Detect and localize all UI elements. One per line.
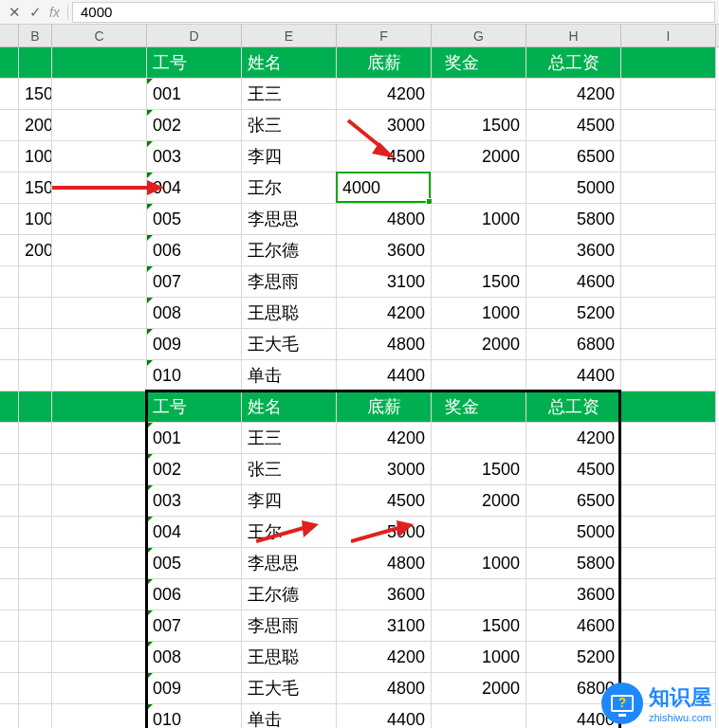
cell[interactable] [52, 673, 147, 704]
cell[interactable]: 2000 [432, 141, 526, 173]
cell[interactable] [0, 642, 19, 673]
cell[interactable] [52, 266, 147, 298]
cell[interactable]: 底薪 [337, 391, 432, 423]
cell[interactable] [0, 610, 19, 642]
cell[interactable]: 4500 [337, 141, 432, 173]
cell[interactable] [52, 391, 147, 423]
cell[interactable]: 总工资 [526, 391, 621, 423]
cell[interactable] [0, 173, 19, 204]
cell[interactable]: 1000 [432, 204, 526, 235]
cell[interactable]: 3000 [337, 454, 432, 485]
cell[interactable]: 奖金 [432, 47, 526, 79]
cell[interactable]: 李思雨 [242, 266, 337, 298]
cell[interactable] [621, 642, 716, 673]
cell[interactable]: 李思思 [242, 548, 337, 579]
cell[interactable]: 姓名 [242, 391, 337, 423]
cell[interactable]: 3600 [337, 235, 432, 266]
cell[interactable]: 002 [147, 110, 242, 141]
col-header[interactable] [0, 25, 19, 46]
cell[interactable] [432, 79, 526, 110]
cell[interactable] [52, 485, 147, 517]
cell[interactable]: 1500 [19, 173, 52, 204]
cell[interactable]: 单击 [242, 360, 337, 391]
cell[interactable]: 5200 [526, 298, 621, 329]
cell[interactable]: 3100 [337, 610, 432, 642]
cell[interactable] [621, 110, 716, 141]
cell[interactable] [52, 423, 147, 454]
cell[interactable]: 010 [147, 360, 242, 391]
cell[interactable]: 5000 [526, 173, 621, 204]
cell[interactable]: 1000 [432, 298, 526, 329]
cell[interactable] [19, 298, 52, 329]
cell[interactable]: 工号 [147, 391, 242, 423]
cell[interactable]: 王大毛 [242, 329, 337, 360]
cell[interactable]: 007 [147, 610, 242, 642]
col-header[interactable]: C [52, 25, 147, 46]
cell[interactable]: 王思聪 [242, 298, 337, 329]
cell[interactable]: 李四 [242, 485, 337, 517]
cell[interactable] [432, 579, 526, 610]
cell[interactable]: 底薪 [337, 47, 432, 79]
cell[interactable] [621, 173, 716, 204]
cell[interactable]: 1000 [19, 204, 52, 235]
cell[interactable]: 4600 [526, 610, 621, 642]
cell[interactable]: 3000 [337, 110, 432, 141]
fx-icon[interactable]: fx [46, 5, 68, 20]
cell[interactable]: 009 [147, 329, 242, 360]
cell[interactable]: 1000 [19, 141, 52, 173]
cell[interactable]: 004 [147, 517, 242, 548]
cell[interactable] [52, 298, 147, 329]
cell[interactable] [0, 360, 19, 391]
cell[interactable]: 004 [147, 173, 242, 204]
cell[interactable]: 1500 [432, 110, 526, 141]
cell[interactable]: 单击 [242, 704, 337, 728]
cell[interactable]: 4600 [526, 266, 621, 298]
cell[interactable]: 3600 [337, 579, 432, 610]
cell[interactable] [52, 110, 147, 141]
cell[interactable] [432, 235, 526, 266]
cell[interactable] [19, 610, 52, 642]
cell[interactable]: 1000 [432, 548, 526, 579]
cell[interactable] [621, 454, 716, 485]
cell[interactable]: 1500 [432, 610, 526, 642]
cell[interactable]: 6800 [526, 329, 621, 360]
cell[interactable]: 2000 [432, 329, 526, 360]
cell[interactable]: 4400 [337, 360, 432, 391]
cell[interactable]: 2000 [432, 485, 526, 517]
cell[interactable]: 姓名 [242, 47, 337, 79]
cell[interactable]: 1500 [19, 79, 52, 110]
cell[interactable] [19, 391, 52, 423]
cell[interactable] [621, 548, 716, 579]
cell[interactable]: 006 [147, 235, 242, 266]
cell[interactable]: 001 [147, 423, 242, 454]
cell[interactable]: 4200 [337, 642, 432, 673]
cell[interactable]: 4400 [337, 704, 432, 728]
cell[interactable] [19, 329, 52, 360]
cell[interactable] [52, 235, 147, 266]
cell[interactable] [52, 579, 147, 610]
cell[interactable]: 008 [147, 298, 242, 329]
cell[interactable]: 李思雨 [242, 610, 337, 642]
cell[interactable]: 李四 [242, 141, 337, 173]
cell[interactable] [0, 298, 19, 329]
cell[interactable]: 3100 [337, 266, 432, 298]
cell[interactable] [621, 360, 716, 391]
cell[interactable]: 4000 [337, 173, 432, 204]
cell[interactable] [52, 704, 147, 728]
cell[interactable]: 4800 [337, 329, 432, 360]
cell[interactable] [621, 266, 716, 298]
cell[interactable] [0, 673, 19, 704]
formula-input[interactable]: 4000 [72, 2, 715, 23]
cell[interactable] [0, 704, 19, 728]
cell[interactable] [0, 485, 19, 517]
cell[interactable]: 张三 [242, 454, 337, 485]
cell[interactable] [0, 141, 19, 173]
cell[interactable] [621, 329, 716, 360]
cell[interactable] [52, 360, 147, 391]
cell[interactable]: 001 [147, 79, 242, 110]
cell[interactable]: 王大毛 [242, 673, 337, 704]
cell[interactable]: 008 [147, 642, 242, 673]
cell[interactable] [52, 141, 147, 173]
cell[interactable]: 4500 [526, 454, 621, 485]
cell[interactable] [0, 517, 19, 548]
